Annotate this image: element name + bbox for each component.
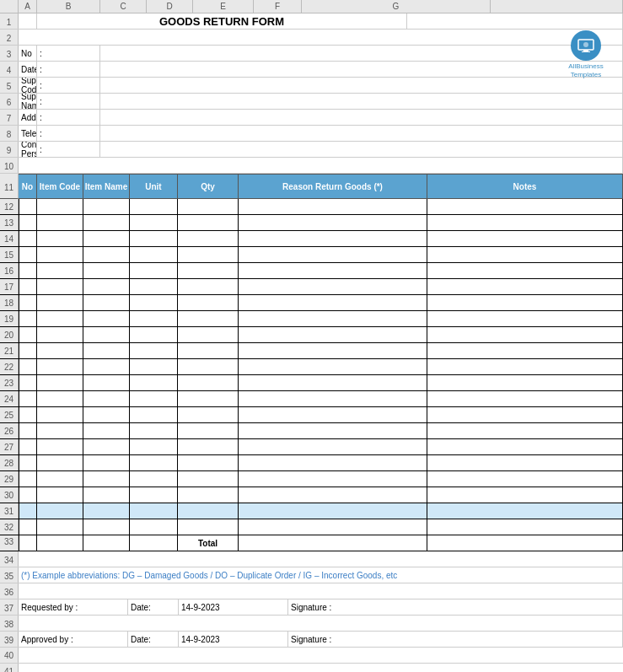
td-29-reason[interactable] (239, 471, 427, 487)
td-28-name[interactable] (83, 455, 130, 470)
td-15-qty[interactable] (178, 247, 239, 262)
td-24-no[interactable] (19, 391, 37, 406)
td-18-notes[interactable] (427, 295, 623, 310)
td-20-qty[interactable] (178, 327, 239, 342)
td-15-no[interactable] (19, 247, 37, 262)
td-32-unit[interactable] (130, 519, 178, 535)
td-27-qty[interactable] (178, 439, 239, 454)
td-25-reason[interactable] (239, 407, 427, 422)
td-26-no[interactable] (19, 423, 37, 438)
td-30-qty[interactable] (178, 487, 239, 503)
td-25-qty[interactable] (178, 407, 239, 422)
td-21-code[interactable] (37, 343, 83, 358)
td-14-qty[interactable] (178, 231, 239, 246)
cell-5c[interactable] (100, 78, 623, 93)
td-17-reason[interactable] (239, 279, 427, 294)
td-19-no[interactable] (19, 311, 37, 326)
td-14-no[interactable] (19, 231, 37, 246)
td-22-unit[interactable] (130, 359, 178, 374)
td-13-no[interactable] (19, 215, 37, 230)
td-30-code[interactable] (37, 487, 83, 503)
td-12-reason[interactable] (239, 199, 427, 214)
td-13-unit[interactable] (130, 215, 178, 230)
td-16-name[interactable] (83, 263, 130, 278)
td-14-code[interactable] (37, 231, 83, 246)
td-31-qty[interactable] (178, 503, 239, 519)
td-26-qty[interactable] (178, 423, 239, 438)
td-23-reason[interactable] (239, 375, 427, 390)
td-17-no[interactable] (19, 279, 37, 294)
cell-4c[interactable] (100, 62, 623, 77)
td-22-no[interactable] (19, 359, 37, 374)
td-12-unit[interactable] (130, 199, 178, 214)
td-15-name[interactable] (83, 247, 130, 262)
td-14-unit[interactable] (130, 231, 178, 246)
td-14-name[interactable] (83, 231, 130, 246)
td-13-name[interactable] (83, 215, 130, 230)
td-18-name[interactable] (83, 295, 130, 310)
td-26-reason[interactable] (239, 423, 427, 438)
td-19-qty[interactable] (178, 311, 239, 326)
td-12-notes[interactable] (427, 199, 623, 214)
td-22-name[interactable] (83, 359, 130, 374)
td-31-reason[interactable] (239, 503, 427, 519)
td-25-name[interactable] (83, 407, 130, 422)
td-32-qty[interactable] (178, 519, 239, 535)
td-26-name[interactable] (83, 423, 130, 438)
td-31-name[interactable] (83, 503, 130, 519)
td-20-reason[interactable] (239, 327, 427, 342)
td-29-unit[interactable] (130, 471, 178, 487)
td-19-name[interactable] (83, 311, 130, 326)
td-20-name[interactable] (83, 327, 130, 342)
cell-6c[interactable] (100, 94, 623, 109)
td-15-notes[interactable] (427, 247, 623, 262)
td-21-no[interactable] (19, 343, 37, 358)
td-29-qty[interactable] (178, 471, 239, 487)
td-30-reason[interactable] (239, 487, 427, 503)
td-18-reason[interactable] (239, 295, 427, 310)
cell-8c[interactable] (100, 126, 623, 141)
td-23-notes[interactable] (427, 375, 623, 390)
td-17-qty[interactable] (178, 279, 239, 294)
td-23-unit[interactable] (130, 375, 178, 390)
td-23-qty[interactable] (178, 375, 239, 390)
td-16-no[interactable] (19, 263, 37, 278)
td-15-reason[interactable] (239, 247, 427, 262)
td-31-unit[interactable] (130, 503, 178, 519)
td-27-notes[interactable] (427, 439, 623, 454)
td-32-no[interactable] (19, 519, 37, 535)
td-13-code[interactable] (37, 215, 83, 230)
cell-7c[interactable] (100, 110, 623, 125)
td-28-qty[interactable] (178, 455, 239, 470)
td-24-code[interactable] (37, 391, 83, 406)
cell-9c[interactable] (100, 142, 623, 157)
td-17-unit[interactable] (130, 279, 178, 294)
td-14-reason[interactable] (239, 231, 427, 246)
td-16-reason[interactable] (239, 263, 427, 278)
td-31-notes[interactable] (427, 503, 623, 519)
td-21-reason[interactable] (239, 343, 427, 358)
td-30-no[interactable] (19, 487, 37, 503)
td-12-no[interactable] (19, 199, 37, 214)
td-14-notes[interactable] (427, 231, 623, 246)
td-19-notes[interactable] (427, 311, 623, 326)
td-24-unit[interactable] (130, 391, 178, 406)
td-22-notes[interactable] (427, 359, 623, 374)
td-20-unit[interactable] (130, 327, 178, 342)
td-32-notes[interactable] (427, 519, 623, 535)
td-24-reason[interactable] (239, 391, 427, 406)
td-30-notes[interactable] (427, 487, 623, 503)
td-24-notes[interactable] (427, 391, 623, 406)
td-16-code[interactable] (37, 263, 83, 278)
td-15-code[interactable] (37, 247, 83, 262)
td-24-qty[interactable] (178, 391, 239, 406)
td-17-code[interactable] (37, 279, 83, 294)
cell-3c[interactable] (100, 46, 623, 61)
td-20-notes[interactable] (427, 327, 623, 342)
td-18-no[interactable] (19, 295, 37, 310)
td-15-unit[interactable] (130, 247, 178, 262)
td-18-qty[interactable] (178, 295, 239, 310)
td-19-code[interactable] (37, 311, 83, 326)
td-27-unit[interactable] (130, 439, 178, 454)
td-32-code[interactable] (37, 519, 83, 535)
